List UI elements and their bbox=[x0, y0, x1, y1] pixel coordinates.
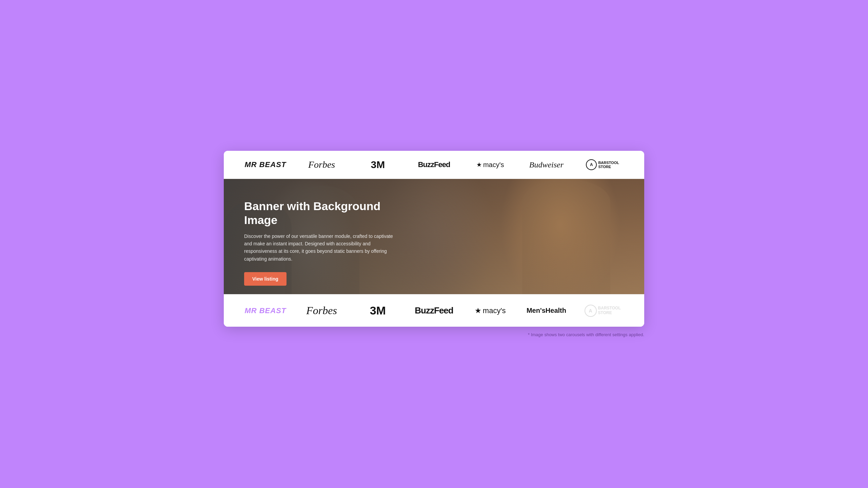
logo-menshealth-bottom: Men'sHealth bbox=[518, 307, 575, 314]
logo-buzzfeed-bottom: BuzzFeed bbox=[406, 305, 462, 316]
main-card: MR BEAST Forbes 3M BuzzFeed ★macy's Budw… bbox=[224, 151, 644, 327]
view-listing-button[interactable]: View listing bbox=[244, 272, 287, 286]
banner-title: Banner with Background Image bbox=[244, 199, 393, 227]
logo-3m-bottom: 3M bbox=[350, 304, 406, 317]
logo-buzzfeed-top: BuzzFeed bbox=[406, 160, 462, 169]
footer-note: * Image shows two carousels with differe… bbox=[224, 327, 644, 337]
logo-bar-bottom: MR BEAST Forbes 3M BuzzFeed ★macy's Men'… bbox=[224, 294, 644, 327]
banner-description: Discover the power of our versatile bann… bbox=[244, 232, 393, 263]
logo-barstool-top: A BARSTOOLSTORE bbox=[574, 159, 631, 170]
barstool-bottom-icon: A bbox=[585, 305, 597, 317]
barstool-icon: A bbox=[586, 159, 597, 170]
logo-mrbeast-top: MR BEAST bbox=[237, 160, 294, 169]
banner-content: Banner with Background Image Discover th… bbox=[224, 179, 414, 294]
logo-budweiser-top: Budweiser bbox=[518, 160, 575, 169]
logo-mrbeast-bottom: MR BEAST bbox=[237, 306, 294, 315]
logo-forbes-top: Forbes bbox=[294, 159, 350, 170]
logo-forbes-bottom: Forbes bbox=[294, 304, 350, 317]
logo-3m-top: 3M bbox=[350, 159, 406, 170]
logo-macys-top: ★macy's bbox=[462, 161, 518, 169]
page-wrapper: MR BEAST Forbes 3M BuzzFeed ★macy's Budw… bbox=[224, 151, 644, 337]
logo-macys-bottom: ★macy's bbox=[462, 306, 518, 315]
logo-barstool-bottom: A BARSTOOLSTORE bbox=[574, 305, 631, 317]
banner-section: Banner with Background Image Discover th… bbox=[224, 179, 644, 294]
logo-bar-top: MR BEAST Forbes 3M BuzzFeed ★macy's Budw… bbox=[224, 151, 644, 179]
